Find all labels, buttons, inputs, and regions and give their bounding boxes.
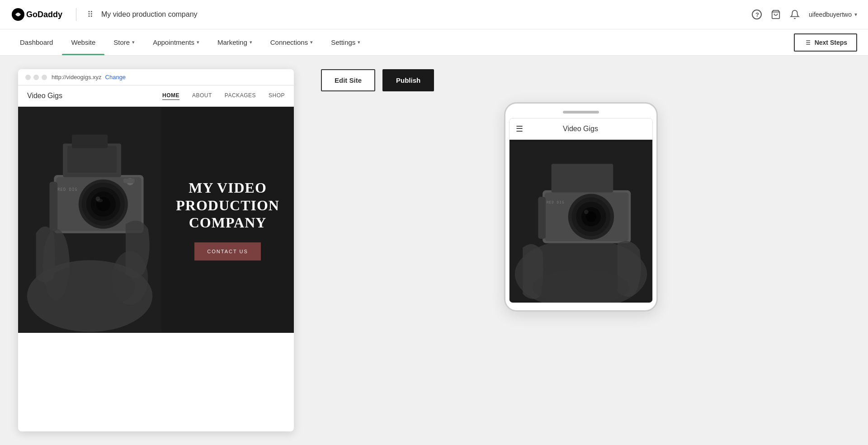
next-steps-icon (804, 39, 811, 46)
svg-rect-44 (538, 197, 546, 239)
nav-item-store[interactable]: Store ▾ (104, 29, 144, 55)
mobile-device: ☰ Video Gigs (504, 102, 658, 312)
cart-button[interactable] (771, 9, 781, 19)
site-nav-items: HOME ABOUT PACKAGES SHOP (162, 92, 285, 100)
mobile-camera-svg: RED DIG (509, 140, 652, 303)
desktop-preview: http://videogigs.xyz Change Video Gigs H… (18, 69, 294, 431)
nav-item-connections[interactable]: Connections ▾ (261, 29, 322, 55)
nav-divider (76, 8, 76, 21)
connections-chevron-icon: ▾ (310, 39, 313, 45)
publish-button[interactable]: Publish (382, 69, 434, 91)
mobile-notch (509, 111, 653, 114)
change-url-link[interactable]: Change (105, 74, 126, 80)
action-buttons: Edit Site Publish (321, 69, 434, 91)
mobile-notch-bar (563, 111, 599, 114)
notifications-button[interactable] (790, 9, 800, 19)
svg-rect-26 (49, 182, 57, 231)
next-steps-button[interactable]: Next Steps (794, 33, 857, 52)
svg-text:GoDaddy: GoDaddy (26, 10, 62, 19)
svg-point-32 (45, 265, 134, 309)
marketing-chevron-icon: ▾ (250, 39, 252, 45)
svg-point-25 (96, 199, 103, 202)
svg-rect-28 (123, 179, 135, 183)
svg-rect-37 (552, 164, 613, 192)
site-hero: RED DIG MY VIDEO PRODUCTION COMPANY CONT… (18, 107, 294, 333)
settings-chevron-icon: ▾ (358, 39, 360, 45)
svg-text:RED DIG: RED DIG (57, 187, 77, 192)
site-nav-shop: SHOP (269, 92, 285, 100)
username-label: uifeedbuyertwo (809, 11, 852, 18)
hero-image-left: RED DIG (18, 107, 161, 333)
user-menu[interactable]: uifeedbuyertwo ▾ (809, 11, 857, 18)
dot-yellow (33, 75, 39, 80)
hero-title: MY VIDEO PRODUCTION COMPANY (170, 179, 285, 231)
browser-dots (25, 75, 47, 80)
svg-point-43 (584, 210, 589, 214)
logo-area: GoDaddy ⠿ My video production company (11, 7, 198, 22)
mobile-site-header: ☰ Video Gigs (509, 118, 652, 140)
site-nav-packages: PACKAGES (225, 92, 256, 100)
edit-site-button[interactable]: Edit Site (321, 69, 375, 91)
top-nav-right: ? uifeedbuyertwo ▾ (752, 9, 857, 19)
nav-items-list: Dashboard Website Store ▾ Appointments ▾… (11, 29, 369, 55)
godaddy-logo-svg: GoDaddy (11, 7, 65, 22)
user-chevron-icon: ▾ (854, 11, 857, 18)
hero-text-area: MY VIDEO PRODUCTION COMPANY CONTACT US (161, 107, 294, 333)
company-name: My video production company (101, 10, 198, 19)
svg-text:?: ? (755, 11, 759, 18)
hamburger-icon: ☰ (516, 124, 523, 134)
nav-item-marketing[interactable]: Marketing ▾ (208, 29, 261, 55)
browser-bar: http://videogigs.xyz Change (18, 69, 294, 85)
dot-red (25, 75, 31, 80)
nav-item-appointments[interactable]: Appointments ▾ (144, 29, 208, 55)
appointments-chevron-icon: ▾ (197, 39, 199, 45)
top-navigation: GoDaddy ⠿ My video production company ? (0, 0, 868, 29)
store-chevron-icon: ▾ (132, 39, 135, 45)
site-nav-about: ABOUT (192, 92, 212, 100)
grid-icon: ⠿ (87, 9, 93, 19)
right-side: Edit Site Publish ☰ Video Gigs (294, 69, 850, 431)
help-button[interactable]: ? (752, 9, 762, 19)
mobile-preview-wrapper: ☰ Video Gigs (312, 102, 850, 312)
svg-rect-17 (67, 146, 117, 172)
secondary-navigation: Dashboard Website Store ▾ Appointments ▾… (0, 29, 868, 56)
nav-item-settings[interactable]: Settings ▾ (322, 29, 369, 55)
dot-green (42, 75, 47, 80)
mobile-logo-text: Video Gigs (563, 125, 598, 133)
main-content: http://videogigs.xyz Change Video Gigs H… (0, 56, 868, 445)
hero-cta-button[interactable]: CONTACT US (194, 242, 261, 260)
site-nav-home: HOME (162, 92, 179, 100)
svg-rect-18 (72, 135, 108, 148)
address-bar: http://videogigs.xyz Change (52, 74, 126, 80)
site-url: http://videogigs.xyz (52, 74, 102, 80)
godaddy-logo[interactable]: GoDaddy (11, 7, 65, 22)
svg-text:RED DIG: RED DIG (547, 200, 565, 204)
mobile-screen: ☰ Video Gigs (509, 118, 653, 303)
camera-photo-svg: RED DIG (18, 107, 161, 333)
site-preview-header: Video Gigs HOME ABOUT PACKAGES SHOP (18, 85, 294, 107)
nav-item-website[interactable]: Website (62, 29, 104, 55)
mobile-hero-image: RED DIG (509, 140, 652, 303)
nav-item-dashboard[interactable]: Dashboard (11, 29, 62, 55)
site-logo-text: Video Gigs (27, 92, 62, 100)
